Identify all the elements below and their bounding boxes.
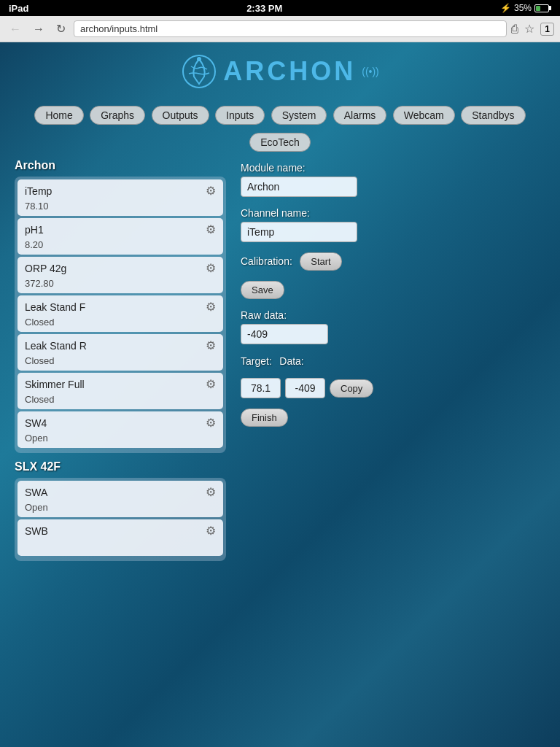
channel-swa[interactable]: SWA ⚙ Open [18, 481, 223, 517]
back-button[interactable]: ← [6, 21, 25, 37]
bookmark-button[interactable]: ☆ [524, 22, 534, 36]
swb-gear-icon[interactable]: ⚙ [206, 524, 216, 538]
target-value: 78.1 [241, 378, 281, 398]
right-panel: Module name: Channel name: Calibration: … [241, 159, 545, 427]
channel-sw4[interactable]: SW4 ⚙ Open [18, 411, 223, 448]
channel-leak-stand-r[interactable]: Leak Stand R ⚙ Closed [18, 334, 223, 371]
logo-text: ARCHON [223, 56, 356, 87]
leak-stand-f-gear-icon[interactable]: ⚙ [206, 300, 216, 314]
channel-name-input[interactable] [241, 222, 357, 242]
nav-standbys[interactable]: Standbys [461, 106, 525, 125]
nav-sub: EcoTech [0, 129, 560, 159]
archon-module-label: Archon [15, 159, 226, 172]
archon-module-group: iTemp ⚙ 78.10 pH1 ⚙ 8.20 ORP 42g ⚙ [15, 177, 226, 453]
carrier-label: iPad [9, 3, 28, 14]
nav-graphs[interactable]: Graphs [90, 106, 145, 125]
channel-orp42g-name: ORP 42g [25, 263, 66, 274]
channel-sw4-name: SW4 [25, 417, 47, 429]
finish-button[interactable]: Finish [241, 409, 288, 427]
channel-swa-value: Open [18, 502, 223, 517]
main-layout: Archon iTemp ⚙ 78.10 pH1 ⚙ 8.20 [0, 159, 560, 568]
channel-orp42g-value: 372.80 [18, 278, 223, 293]
url-text: archon/inputs.html [80, 23, 500, 34]
battery-pct: 35% [514, 3, 532, 13]
channel-itemp-value: 78.10 [18, 201, 223, 216]
channel-leak-stand-r-value: Closed [18, 355, 223, 371]
itemp-gear-icon[interactable]: ⚙ [206, 184, 216, 198]
copy-button[interactable]: Copy [330, 379, 373, 398]
status-right: ⚡ 35% [500, 3, 551, 13]
logo-svg [181, 53, 217, 90]
raw-data-input[interactable] [241, 324, 328, 344]
time-label: 2:33 PM [246, 3, 282, 14]
channel-leak-stand-f[interactable]: Leak Stand F ⚙ Closed [18, 295, 223, 332]
channel-orp42g[interactable]: ORP 42g ⚙ 372.80 [18, 257, 223, 293]
channel-swb-name: SWB [25, 525, 48, 537]
page-content: ARCHON ((•)) Home Graphs Outputs Inputs … [0, 42, 560, 568]
channel-leak-stand-r-name: Leak Stand R [25, 340, 87, 352]
slx42f-module-label: SLX 42F [15, 460, 226, 473]
nav-alarms[interactable]: Alarms [333, 106, 387, 125]
reload-button[interactable]: ↻ [52, 20, 69, 37]
channel-skimmer-full-name: Skimmer Full [25, 379, 85, 390]
nav-system[interactable]: System [271, 106, 327, 125]
channel-itemp[interactable]: iTemp ⚙ 78.10 [18, 179, 223, 216]
channel-leak-stand-f-name: Leak Stand F [25, 301, 85, 313]
wifi-icon: ((•)) [362, 66, 379, 77]
ph1-gear-icon[interactable]: ⚙ [206, 222, 216, 236]
channel-swb-value [18, 541, 223, 556]
browser-actions: ⎙ ☆ 1 [511, 22, 554, 36]
skimmer-full-gear-icon[interactable]: ⚙ [206, 377, 216, 391]
forward-button[interactable]: → [29, 21, 48, 37]
left-panel: Archon iTemp ⚙ 78.10 pH1 ⚙ 8.20 [15, 159, 226, 568]
channel-swa-name: SWA [25, 487, 47, 498]
orp42g-gear-icon[interactable]: ⚙ [206, 261, 216, 275]
logo-area: ARCHON ((•)) [0, 42, 560, 100]
channel-name-label: Channel name: [241, 207, 545, 219]
channel-ph1-name: pH1 [25, 224, 44, 236]
start-button[interactable]: Start [300, 252, 341, 271]
nav-outputs[interactable]: Outputs [152, 106, 209, 125]
data-label: Data: [279, 355, 303, 367]
share-button[interactable]: ⎙ [511, 23, 518, 36]
target-row: 78.1 -409 Copy [241, 378, 545, 398]
bluetooth-icon: ⚡ [500, 3, 511, 13]
nav-bar: Home Graphs Outputs Inputs System Alarms… [0, 100, 560, 129]
address-bar[interactable]: archon/inputs.html [74, 20, 507, 37]
sw4-gear-icon[interactable]: ⚙ [206, 416, 216, 430]
raw-data-label: Raw data: [241, 309, 545, 321]
channel-ph1[interactable]: pH1 ⚙ 8.20 [18, 218, 223, 255]
channel-itemp-name: iTemp [25, 185, 52, 197]
svg-point-1 [197, 57, 201, 61]
slx42f-module-group: SWA ⚙ Open SWB ⚙ [15, 478, 226, 561]
save-button[interactable]: Save [241, 281, 284, 299]
nav-webcam[interactable]: Webcam [393, 106, 455, 125]
module-name-label: Module name: [241, 162, 545, 174]
leak-stand-r-gear-icon[interactable]: ⚙ [206, 338, 216, 352]
battery-icon [534, 4, 551, 12]
channel-swb[interactable]: SWB ⚙ [18, 519, 223, 556]
module-name-input[interactable] [241, 177, 357, 197]
channel-leak-stand-f-value: Closed [18, 317, 223, 332]
channel-sw4-value: Open [18, 433, 223, 448]
tab-count[interactable]: 1 [540, 23, 554, 36]
nav-ecotech[interactable]: EcoTech [249, 133, 311, 152]
channel-skimmer-full-value: Closed [18, 394, 223, 409]
nav-inputs[interactable]: Inputs [215, 106, 265, 125]
browser-chrome: ← → ↻ archon/inputs.html ⎙ ☆ 1 [0, 16, 560, 42]
status-bar: iPad 2:33 PM ⚡ 35% [0, 0, 560, 16]
data-value: -409 [285, 378, 325, 398]
swa-gear-icon[interactable]: ⚙ [206, 485, 216, 499]
channel-ph1-value: 8.20 [18, 239, 223, 255]
target-label: Target: [241, 355, 272, 367]
calibration-label: Calibration: [241, 255, 292, 267]
nav-home[interactable]: Home [34, 106, 83, 125]
channel-skimmer-full[interactable]: Skimmer Full ⚙ Closed [18, 373, 223, 409]
